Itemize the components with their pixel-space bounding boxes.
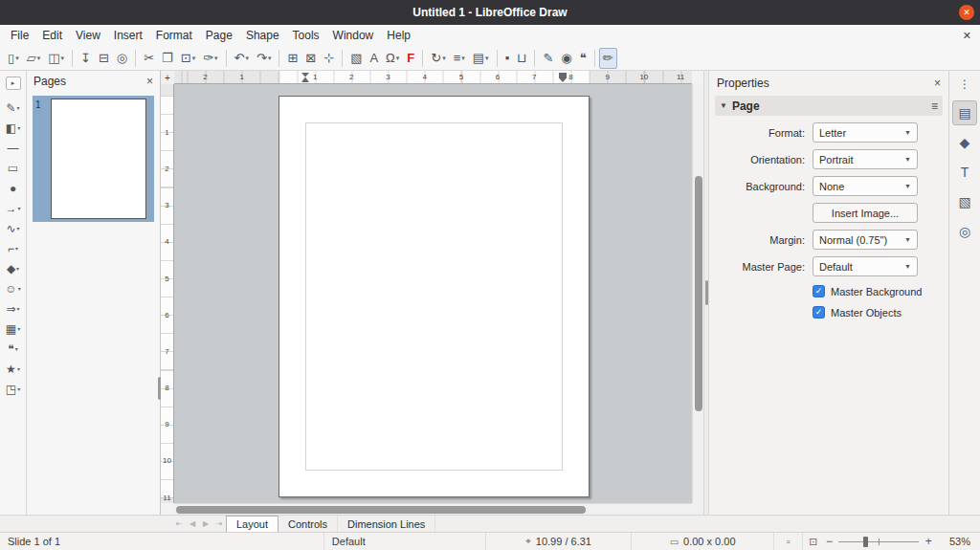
close-document-button[interactable]: ✕ [963, 30, 971, 42]
toolbar-button[interactable]: ▾ [226, 50, 227, 67]
pages-panel-close-button[interactable]: × [146, 75, 153, 88]
menu-format[interactable]: Format [149, 26, 199, 45]
toolbar-button[interactable]: ▾ [422, 50, 423, 67]
section-menu-icon[interactable]: ≡ [931, 99, 938, 113]
zoom-out-button[interactable]: − [824, 535, 835, 548]
toolbar-button[interactable]: ▾ [278, 50, 279, 67]
menu-insert[interactable]: Insert [107, 26, 149, 45]
fill-color-tool[interactable]: ◧ ▾ [6, 118, 20, 138]
ruler-origin[interactable]: + [161, 71, 174, 84]
print-preview-button[interactable]: ◎ ▾ [113, 48, 131, 69]
insert-comment-button[interactable]: ❝ ▾ [576, 48, 590, 69]
display-grid-button[interactable]: ⊞ ▾ [283, 48, 301, 69]
cut-button[interactable]: ✂ ▾ [140, 48, 158, 69]
zoom-fit-button[interactable]: ⊡ [809, 536, 817, 548]
tab-shapes[interactable]: ◆ [952, 130, 977, 155]
properties-close-button[interactable]: × [934, 77, 941, 90]
master-background-checkbox[interactable]: ✓ Master Background [813, 285, 943, 297]
vertical-ruler[interactable]: 1234567891011 [161, 84, 174, 503]
zoom-slider-thumb[interactable] [863, 537, 868, 547]
page-thumbnail-item[interactable]: 1 [33, 96, 154, 222]
snap-to-grid-button[interactable]: ⊠ ▾ [301, 48, 320, 69]
menu-help[interactable]: Help [380, 26, 417, 45]
export-pdf-button[interactable]: ↧ ▾ [77, 48, 95, 69]
new-document-button[interactable]: ▯ ▾ [4, 48, 23, 69]
toolbar-button[interactable]: ▾ [534, 50, 535, 67]
save-button[interactable]: ◫ ▾ [44, 48, 68, 69]
ellipse-tool[interactable]: ● ▾ [10, 178, 16, 198]
insert-fontwork-button[interactable]: F ▾ [403, 48, 418, 69]
insert-image-button[interactable]: Insert Image... ▼ [813, 203, 918, 223]
undo-button[interactable]: ↶ ▾ [231, 48, 253, 69]
shadow-button[interactable]: ▪ ▾ [501, 48, 514, 69]
callout-shapes-tool[interactable]: ❝ ▾ [8, 339, 17, 359]
margin-dropdown[interactable]: Normal (0.75") ▼ [813, 230, 918, 250]
drawing-area[interactable] [174, 84, 692, 503]
previous-page-button[interactable]: ◀ [186, 516, 199, 532]
show-draw-functions-button[interactable]: ✏ ▾ [599, 48, 617, 69]
paste-button[interactable]: ⊡ ▾ [177, 48, 199, 69]
vertical-scrollbar[interactable] [692, 84, 703, 503]
page[interactable] [278, 96, 590, 497]
open-file-button[interactable]: ▱ ▾ [23, 48, 45, 69]
vertical-scrollbar-thumb[interactable] [695, 176, 702, 411]
transformations-button[interactable]: ↻ ▾ [427, 48, 449, 69]
horizontal-ruler[interactable]: 211234567891011 [174, 71, 692, 84]
insert-image-toolbar-button[interactable]: ▧ ▾ [346, 48, 366, 69]
zoom-slider[interactable] [838, 533, 919, 550]
menu-file[interactable]: File [4, 26, 35, 45]
last-page-button[interactable]: ⇥ [212, 516, 226, 532]
print-button[interactable]: ⊟ ▾ [95, 48, 113, 69]
background-dropdown[interactable]: None ▼ [813, 176, 918, 196]
window-close-button[interactable]: ✕ [959, 5, 974, 20]
page-style[interactable]: Default [324, 533, 486, 550]
tab-navigator[interactable]: ◎ [952, 219, 977, 244]
align-objects-button[interactable]: ≡ ▾ [450, 48, 469, 69]
tab-controls[interactable]: Controls [278, 516, 338, 532]
first-page-button[interactable]: ⇤ [172, 516, 186, 532]
line-color-tool[interactable]: ✎ ▾ [6, 98, 19, 118]
master-page-dropdown[interactable]: Default ▼ [813, 256, 918, 276]
helplines-while-moving-button[interactable]: ⊹ ▾ [320, 48, 338, 69]
menu-edit[interactable]: Edit [35, 26, 69, 45]
toolbar-button[interactable]: ▾ [342, 50, 343, 67]
redo-button[interactable]: ↷ ▾ [253, 48, 275, 69]
zoom-in-button[interactable]: + [923, 535, 934, 548]
basic-shapes-tool[interactable]: ◆ ▾ [7, 258, 19, 278]
tab-gallery[interactable]: ▧ [952, 189, 977, 214]
horizontal-scrollbar-thumb[interactable] [176, 506, 586, 514]
menu-tools[interactable]: Tools [286, 26, 326, 45]
horizontal-scrollbar[interactable] [174, 503, 692, 515]
menu-page[interactable]: Page [199, 26, 239, 45]
glue-points-button[interactable]: ◉ ▾ [557, 48, 575, 69]
menu-view[interactable]: View [69, 26, 107, 45]
orientation-dropdown[interactable]: Portrait ▼ [813, 149, 918, 169]
page-section-header[interactable]: ▼ Page ≡ [715, 96, 943, 116]
menu-shape[interactable]: Shape [239, 26, 286, 45]
zoom-level[interactable]: 53% [934, 536, 980, 547]
block-arrows-tool[interactable]: ⇒ ▾ [6, 298, 19, 319]
copy-button[interactable]: ❐ ▾ [158, 48, 177, 69]
format-dropdown[interactable]: Letter ▼ [813, 122, 918, 143]
flowchart-shapes-tool[interactable]: ▦ ▾ [6, 319, 20, 339]
insert-text-box-button[interactable]: A ▾ [366, 48, 382, 69]
toolbar-button[interactable]: ▾ [72, 50, 73, 67]
star-shapes-tool[interactable]: ★ ▾ [6, 359, 20, 379]
toolbar-button[interactable]: ▾ [497, 50, 498, 67]
rectangle-tool[interactable]: ▭ ▾ [8, 158, 18, 178]
insert-special-characters-button[interactable]: Ω ▾ [382, 48, 403, 69]
sidebar-settings-button[interactable]: ⋮ [959, 73, 970, 96]
3d-objects-tool[interactable]: ◳ ▾ [6, 379, 20, 399]
clone-formatting-button[interactable]: ✑ ▾ [199, 48, 221, 69]
tab-properties[interactable]: ▤ [952, 100, 977, 125]
symbol-shapes-tool[interactable]: ☺ ▾ [5, 278, 20, 298]
edit-points-button[interactable]: ✎ ▾ [539, 48, 557, 69]
arrange-button[interactable]: ▤ ▾ [469, 48, 493, 69]
crop-image-button[interactable]: ⊔ ▾ [513, 48, 530, 69]
insert-line-tool[interactable]: — ▾ [8, 138, 19, 158]
connectors-tool[interactable]: ⌐ ▾ [8, 238, 18, 258]
toolbar-button[interactable]: ▾ [594, 50, 595, 67]
next-page-button[interactable]: ▶ [199, 516, 212, 532]
toolbar-button[interactable]: ▾ [135, 50, 136, 67]
curves-and-polygons-tool[interactable]: ∿ ▾ [6, 218, 19, 238]
